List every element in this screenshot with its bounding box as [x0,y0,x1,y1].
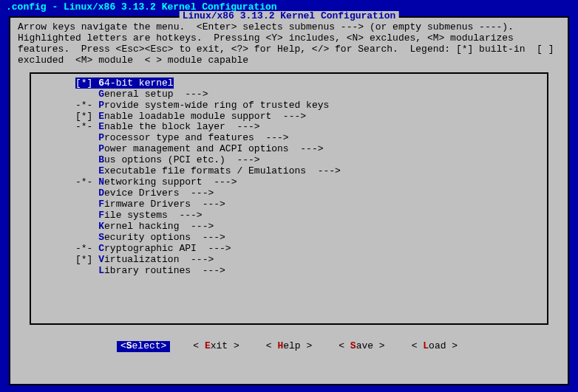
button-exit[interactable]: < Exit > [189,341,242,352]
item-label: ecurity options ---> [104,232,225,243]
hotkey: N [98,176,104,188]
button-select[interactable]: <Select> [117,341,170,352]
menu-item[interactable]: Processor type and features ---> [31,133,547,144]
item-label: nable the block layer ---> [104,121,260,132]
item-mark: [*] [75,111,98,122]
menu-item[interactable]: -*- Provide system-wide ring of trusted … [31,100,547,111]
hotkey: P [98,100,104,111]
item-mark [75,89,98,100]
item-mark: [*] [75,254,98,265]
item-label: 4-bit kernel [104,78,174,89]
item-label: ernel hacking ---> [104,221,214,232]
menu-item[interactable]: Firmware Drivers ---> [31,199,547,210]
item-mark [75,188,98,199]
item-mark: -*- [75,243,98,254]
item-mark [75,199,98,210]
item-label: ryptographic API ---> [104,243,231,254]
button-bar: <Select>< Exit >< Help >< Save >< Load > [10,341,568,352]
item-mark: -*- [75,176,98,188]
hotkey: V [98,254,104,265]
hotkey: E [98,111,104,122]
item-mark [75,232,98,243]
hotkey: F [98,210,104,221]
hotkey: E [205,340,211,351]
item-label: us options (PCI etc.) ---> [104,154,260,165]
item-label: irtualization ---> [104,254,214,265]
hotkey: L [423,340,429,351]
menu-item[interactable]: [*] Virtualization ---> [31,255,547,266]
menu-item[interactable]: Library routines ---> [31,266,547,277]
item-mark [75,154,98,165]
button-save[interactable]: < Save > [335,341,388,352]
menu-item[interactable]: General setup ---> [31,89,547,100]
menu-item[interactable]: Bus options (PCI etc.) ---> [31,155,547,166]
item-label: eneral setup ---> [104,89,208,100]
dialog-title: Linux/x86 3.13.2 Kernel Configuration [180,11,399,22]
menu-item[interactable]: File systems ---> [31,210,547,221]
item-mark [75,221,98,232]
help-text: Arrow keys navigate the menu. <Enter> se… [10,18,568,71]
menu-item[interactable]: [*] Enable loadable module support ---> [31,111,547,123]
hotkey: F [98,199,104,210]
hotkey: E [98,165,104,176]
hotkey: S [98,232,104,243]
menu-item[interactable]: Power management and ACPI options ---> [31,144,547,155]
item-label: ile systems ---> [104,210,203,221]
item-label: evice Drivers ---> [104,188,214,199]
menu-item[interactable]: Device Drivers ---> [31,188,547,199]
item-mark [75,165,98,176]
item-label: ower management and ACPI options ---> [104,143,323,154]
item-mark [75,143,98,154]
item-mark: -*- [75,100,98,111]
item-mark [75,210,98,221]
hotkey: L [98,265,104,276]
menu-item[interactable]: -*- Networking support ---> [31,177,547,188]
menu-item[interactable]: Executable file formats / Emulations ---… [31,166,547,177]
menu-item[interactable]: Security options ---> [31,233,547,244]
item-mark: -*- [75,121,98,132]
hotkey: D [98,188,104,199]
hotkey: P [98,132,104,143]
hotkey: 6 [98,78,104,89]
menu-item[interactable]: -*- Cryptographic API ---> [31,244,547,255]
dialog-frame: Linux/x86 3.13.2 Kernel Configuration Ar… [9,16,569,385]
item-label: rocessor type and features ---> [104,132,289,143]
hotkey: B [98,154,104,165]
hotkey: G [98,89,104,100]
hotkey: E [98,121,104,132]
hotkey: P [98,143,104,154]
item-label: rovide system-wide ring of trusted keys [104,100,329,111]
menu-item[interactable]: -*- Enable the block layer ---> [31,122,547,133]
item-label: etworking support ---> [104,176,237,188]
item-label: ibrary routines ---> [104,265,225,276]
item-label: nable loadable module support ---> [104,111,306,122]
item-label: xecutable file formats / Emulations ---> [104,165,341,176]
item-label: irmware Drivers ---> [104,199,225,210]
button-load[interactable]: < Load > [408,341,461,352]
item-mark: [*] [75,78,98,89]
menu-item[interactable]: Kernel hacking ---> [31,221,547,233]
hotkey: K [98,221,104,232]
menu-listbox[interactable]: [*] 64-bit kernel General setup --->-*- … [30,72,548,325]
button-help[interactable]: < Help > [262,341,316,352]
menu-item[interactable]: [*] 64-bit kernel [31,78,547,89]
item-mark [75,132,98,143]
hotkey: S [350,340,356,351]
hotkey: C [98,243,104,254]
item-mark [75,265,98,276]
hotkey: S [126,340,132,351]
